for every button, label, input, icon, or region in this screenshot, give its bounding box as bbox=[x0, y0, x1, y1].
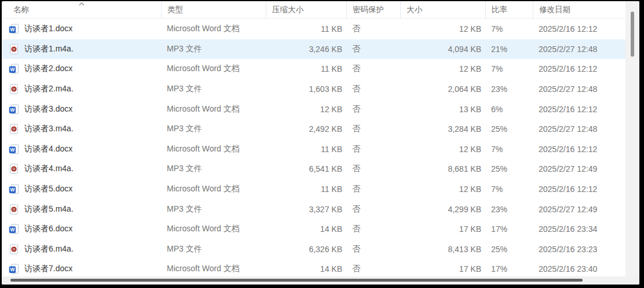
file-size: 12 KB bbox=[400, 19, 485, 39]
file-type: Microsoft Word 文档 bbox=[161, 219, 266, 239]
file-size: 4,094 KB bbox=[400, 39, 485, 60]
compression-ratio: 23% bbox=[485, 79, 533, 99]
password-protected: 否 bbox=[346, 139, 400, 160]
modified-date: 2025/2/27 12:48 bbox=[533, 119, 625, 139]
file-type: Microsoft Word 文档 bbox=[161, 59, 266, 79]
column-header-label: 修改日期 bbox=[539, 5, 570, 15]
compression-ratio: 7% bbox=[485, 139, 533, 160]
column-header-type[interactable]: 类型 bbox=[161, 1, 266, 18]
password-protected: 否 bbox=[346, 199, 400, 219]
column-header-password-protected[interactable]: 密码保护 bbox=[346, 1, 400, 18]
table-row[interactable]: 访谈者6.m4a. MP3 文件 6,326 KB 否 8,413 KB 25%… bbox=[2, 239, 625, 260]
password-protected: 否 bbox=[346, 39, 400, 60]
screenshot-frame: 名称 类型 压缩大小 密码保护 大小 比率 修改日期 bbox=[0, 0, 644, 288]
column-header-label: 比率 bbox=[492, 5, 507, 15]
password-protected: 否 bbox=[346, 259, 400, 276]
column-header-ratio[interactable]: 比率 bbox=[485, 1, 533, 18]
audio-file-icon bbox=[9, 244, 19, 254]
compressed-size: 1,603 KB bbox=[266, 79, 346, 99]
compressed-size: 11 KB bbox=[266, 139, 346, 160]
vertical-scrollbar-thumb[interactable] bbox=[631, 12, 634, 57]
modified-date: 2025/2/16 12:12 bbox=[533, 19, 625, 39]
file-type: MP3 文件 bbox=[161, 39, 266, 60]
file-size: 4,299 KB bbox=[400, 199, 485, 219]
audio-file-icon bbox=[9, 84, 19, 94]
compressed-size: 12 KB bbox=[266, 99, 346, 119]
file-size: 8,681 KB bbox=[400, 159, 485, 179]
compressed-size: 11 KB bbox=[266, 179, 346, 200]
file-size: 12 KB bbox=[400, 179, 485, 200]
file-name: 访谈者3.docx bbox=[24, 104, 72, 115]
table-row[interactable]: W 访谈者1.docx Microsoft Word 文档 11 KB 否 12… bbox=[2, 19, 625, 39]
file-name: 访谈者4.m4a. bbox=[24, 164, 74, 174]
compressed-size: 11 KB bbox=[266, 19, 346, 39]
file-size: 2,064 KB bbox=[400, 79, 485, 99]
table-row[interactable]: 访谈者4.m4a. MP3 文件 6,541 KB 否 8,681 KB 25%… bbox=[2, 159, 625, 179]
file-name: 访谈者3.m4a. bbox=[24, 124, 74, 134]
table-row[interactable]: 访谈者2.m4a. MP3 文件 1,603 KB 否 2,064 KB 23%… bbox=[2, 79, 625, 99]
audio-file-icon bbox=[9, 124, 19, 134]
file-size: 17 KB bbox=[400, 219, 485, 239]
horizontal-scrollbar-thumb[interactable] bbox=[10, 279, 583, 282]
column-header-label: 名称 bbox=[13, 5, 29, 15]
compression-ratio: 17% bbox=[485, 259, 533, 276]
compressed-size: 2,492 KB bbox=[266, 119, 346, 139]
compressed-size: 6,326 KB bbox=[266, 239, 346, 260]
file-name: 访谈者5.docx bbox=[24, 184, 72, 194]
word-document-icon: W bbox=[9, 144, 19, 154]
file-type: Microsoft Word 文档 bbox=[161, 179, 266, 200]
password-protected: 否 bbox=[346, 19, 400, 39]
horizontal-scrollbar[interactable] bbox=[2, 276, 639, 285]
audio-file-icon bbox=[9, 204, 19, 215]
table-row[interactable]: W 访谈者4.docx Microsoft Word 文档 11 KB 否 12… bbox=[2, 139, 625, 160]
file-name: 访谈者1.m4a. bbox=[24, 44, 74, 54]
file-size: 12 KB bbox=[400, 59, 485, 79]
table-row[interactable]: W 访谈者7.docx Microsoft Word 文档 14 KB 否 17… bbox=[2, 259, 625, 276]
password-protected: 否 bbox=[346, 219, 400, 239]
compressed-size: 3,246 KB bbox=[266, 39, 346, 60]
column-header-label: 大小 bbox=[407, 5, 422, 15]
file-type: MP3 文件 bbox=[161, 239, 266, 260]
modified-date: 2025/2/27 12:48 bbox=[533, 39, 625, 60]
compression-ratio: 25% bbox=[485, 159, 533, 179]
password-protected: 否 bbox=[346, 239, 400, 260]
password-protected: 否 bbox=[346, 119, 400, 139]
file-type: MP3 文件 bbox=[161, 79, 266, 99]
word-document-icon: W bbox=[9, 104, 19, 115]
table-row[interactable]: 访谈者3.m4a. MP3 文件 2,492 KB 否 3,284 KB 25%… bbox=[2, 119, 625, 139]
modified-date: 2025/2/16 23:23 bbox=[533, 239, 625, 260]
file-type: Microsoft Word 文档 bbox=[161, 19, 266, 39]
table-row[interactable]: W 访谈者3.docx Microsoft Word 文档 12 KB 否 13… bbox=[2, 99, 625, 119]
svg-text:W: W bbox=[10, 27, 15, 33]
file-type: MP3 文件 bbox=[161, 119, 266, 139]
column-header-label: 压缩大小 bbox=[272, 5, 303, 15]
file-type: MP3 文件 bbox=[161, 159, 266, 179]
archive-file-list-window: 名称 类型 压缩大小 密码保护 大小 比率 修改日期 bbox=[2, 1, 639, 285]
compression-ratio: 23% bbox=[485, 199, 533, 219]
file-size: 13 KB bbox=[400, 99, 485, 119]
compression-ratio: 25% bbox=[485, 119, 533, 139]
svg-text:W: W bbox=[10, 107, 15, 113]
column-header-compressed-size[interactable]: 压缩大小 bbox=[266, 1, 346, 18]
column-header-modified-date[interactable]: 修改日期 bbox=[533, 1, 625, 18]
compression-ratio: 7% bbox=[485, 19, 533, 39]
compressed-size: 6,541 KB bbox=[266, 159, 346, 179]
modified-date: 2025/2/16 12:12 bbox=[533, 139, 625, 160]
file-name: 访谈者4.docx bbox=[24, 144, 72, 154]
compression-ratio: 21% bbox=[485, 39, 533, 60]
table-row[interactable]: W 访谈者6.docx Microsoft Word 文档 14 KB 否 17… bbox=[2, 219, 625, 239]
modified-date: 2025/2/16 23:34 bbox=[533, 219, 625, 239]
audio-file-icon bbox=[9, 44, 19, 54]
modified-date: 2025/2/16 12:12 bbox=[533, 179, 625, 200]
password-protected: 否 bbox=[346, 79, 400, 99]
file-type: Microsoft Word 文档 bbox=[161, 139, 266, 160]
column-header-size[interactable]: 大小 bbox=[400, 1, 485, 18]
table-row[interactable]: 访谈者5.m4a. MP3 文件 3,327 KB 否 4,299 KB 23%… bbox=[2, 199, 625, 219]
compression-ratio: 7% bbox=[485, 179, 533, 200]
file-type: MP3 文件 bbox=[161, 199, 266, 219]
file-size: 17 KB bbox=[400, 259, 485, 276]
vertical-scrollbar[interactable] bbox=[625, 1, 639, 276]
table-row[interactable]: W 访谈者5.docx Microsoft Word 文档 11 KB 否 12… bbox=[2, 179, 625, 200]
table-row[interactable]: W 访谈者2.docx Microsoft Word 文档 11 KB 否 12… bbox=[2, 59, 625, 79]
table-row[interactable]: 访谈者1.m4a. MP3 文件 3,246 KB 否 4,094 KB 21%… bbox=[2, 39, 625, 60]
